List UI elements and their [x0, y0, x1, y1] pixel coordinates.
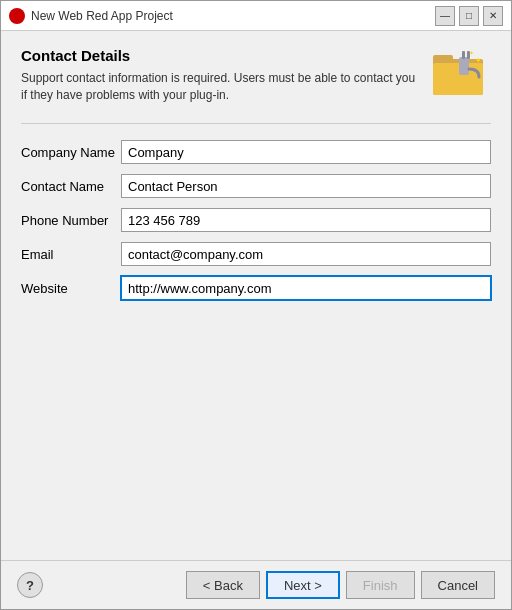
finish-button[interactable]: Finish [346, 571, 415, 599]
form-row-contact-name: Contact Name [21, 174, 491, 198]
svg-rect-2 [433, 63, 483, 95]
label-email: Email [21, 247, 121, 262]
form-row-phone-number: Phone Number [21, 208, 491, 232]
window-controls: — □ ✕ [435, 6, 503, 26]
header-text-area: Contact Details Support contact informat… [21, 47, 421, 104]
form-row-website: Website [21, 276, 491, 300]
input-email[interactable] [121, 242, 491, 266]
header-icon: ✦ ✦ [431, 47, 491, 107]
minimize-button[interactable]: — [435, 6, 455, 26]
label-phone-number: Phone Number [21, 213, 121, 228]
svg-text:✦: ✦ [475, 56, 482, 65]
app-icon [9, 8, 25, 24]
form-row-email: Email [21, 242, 491, 266]
input-company-name[interactable] [121, 140, 491, 164]
label-contact-name: Contact Name [21, 179, 121, 194]
form-row-company-name: Company Name [21, 140, 491, 164]
page-header: Contact Details Support contact informat… [21, 47, 491, 107]
svg-rect-3 [459, 57, 469, 75]
title-bar: New Web Red App Project — □ ✕ [1, 1, 511, 31]
label-website: Website [21, 281, 121, 296]
page-title: Contact Details [21, 47, 421, 64]
maximize-button[interactable]: □ [459, 6, 479, 26]
close-button[interactable]: ✕ [483, 6, 503, 26]
bottom-nav: ? < Back Next > Finish Cancel [1, 560, 511, 609]
next-button[interactable]: Next > [266, 571, 340, 599]
back-button[interactable]: < Back [186, 571, 260, 599]
header-divider [21, 123, 491, 124]
svg-rect-1 [433, 55, 453, 63]
page-description: Support contact information is required.… [21, 70, 421, 104]
input-phone-number[interactable] [121, 208, 491, 232]
label-company-name: Company Name [21, 145, 121, 160]
svg-rect-4 [462, 51, 465, 59]
input-contact-name[interactable] [121, 174, 491, 198]
form-area: Company Name Contact Name Phone Number E… [21, 140, 491, 544]
dialog-window: New Web Red App Project — □ ✕ Contact De… [0, 0, 512, 610]
nav-buttons: < Back Next > Finish Cancel [186, 571, 495, 599]
svg-text:✦: ✦ [469, 50, 474, 56]
input-website[interactable] [121, 276, 491, 300]
help-button[interactable]: ? [17, 572, 43, 598]
cancel-button[interactable]: Cancel [421, 571, 495, 599]
dialog-content: Contact Details Support contact informat… [1, 31, 511, 560]
window-title: New Web Red App Project [31, 9, 435, 23]
